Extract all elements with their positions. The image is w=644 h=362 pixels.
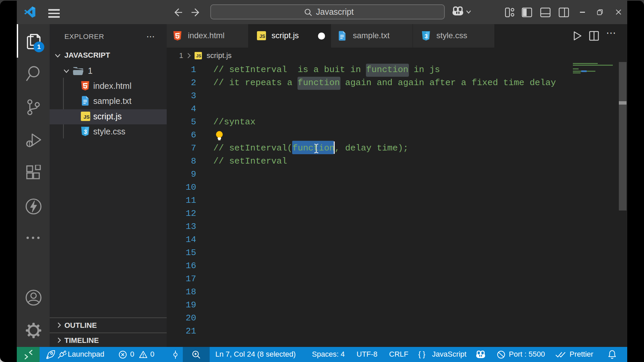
svg-text:3: 3 [424, 33, 427, 40]
svg-text:3: 3 [84, 129, 87, 135]
